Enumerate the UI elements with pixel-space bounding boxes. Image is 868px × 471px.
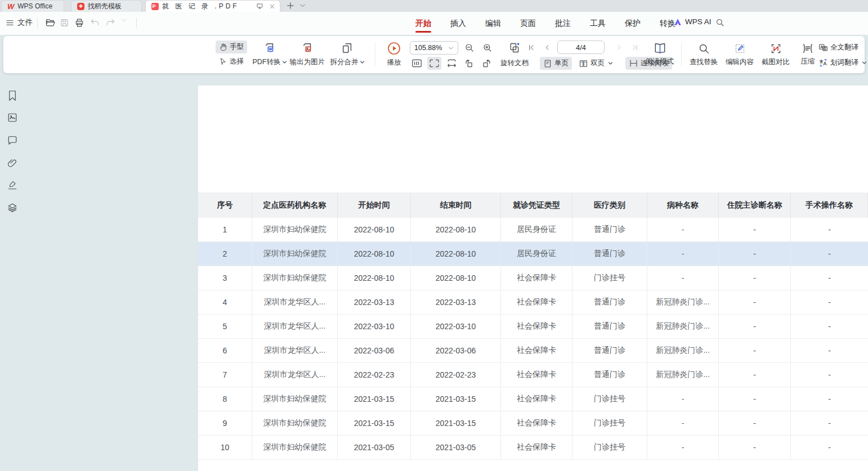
- menu-tools[interactable]: 工具: [589, 14, 607, 34]
- play-button[interactable]: 播放: [381, 39, 408, 70]
- last-page-icon[interactable]: [629, 42, 641, 53]
- new-tab-button[interactable]: [286, 1, 295, 10]
- comment-icon[interactable]: [7, 136, 17, 145]
- hand-tool-button[interactable]: 手型: [216, 41, 247, 53]
- find-replace-label: 查找替换: [690, 57, 718, 67]
- word-translate-button[interactable]: 划词翻译: [815, 56, 868, 69]
- prev-page-icon[interactable]: [542, 42, 552, 53]
- bookmark-icon[interactable]: [7, 90, 17, 101]
- signature-icon[interactable]: [7, 180, 17, 190]
- tab-label: 找稻壳模板: [88, 2, 122, 11]
- full-translate-button[interactable]: 全文翻译: [815, 41, 868, 54]
- quick-access-chevron-icon[interactable]: [121, 18, 127, 23]
- continuous-reading-icon: [629, 59, 638, 68]
- table-cell: 2022-03-10: [338, 315, 411, 338]
- menu-page[interactable]: 页面: [519, 14, 537, 34]
- screenshot-compare-button[interactable]: 截图对比: [758, 39, 794, 70]
- rotate-right-icon[interactable]: [480, 57, 494, 70]
- table-cell: 新冠肺炎门诊...: [647, 290, 719, 314]
- close-tab-icon[interactable]: [269, 3, 275, 10]
- attachment-icon[interactable]: [7, 158, 17, 168]
- fit-page-icon[interactable]: [427, 57, 441, 70]
- table-cell: 2022-02-23: [338, 363, 411, 387]
- tab-docer-templates[interactable]: ❖ 找稻壳模板: [71, 0, 142, 12]
- menu-home[interactable]: 开始: [414, 14, 432, 34]
- tab-wps-office[interactable]: W WPS Office: [1, 0, 64, 12]
- table-cell: 2021-03-05: [411, 436, 501, 459]
- export-image-button[interactable]: 输出为图片: [288, 39, 327, 70]
- menu-protect[interactable]: 保护: [624, 14, 642, 34]
- table-cell: -: [719, 436, 791, 459]
- menu-insert[interactable]: 插入: [449, 14, 467, 34]
- tab-document-pdf[interactable]: P 就 医 记 录 .PDF: [145, 0, 280, 12]
- table-cell: -: [791, 266, 868, 290]
- export-image-label: 输出为图片: [290, 57, 325, 67]
- thumbnail-icon[interactable]: [7, 113, 17, 123]
- table-cell: 10: [198, 436, 252, 459]
- zoom-level-select[interactable]: 105.88%: [410, 41, 458, 55]
- edit-content-icon: [734, 43, 746, 55]
- table-cell: 新冠肺炎门诊...: [647, 339, 719, 362]
- table-cell: 居民身份证: [501, 242, 572, 266]
- table-cell: 2022-03-06: [338, 339, 411, 362]
- table-cell: -: [719, 363, 791, 387]
- table-cell: 深圳市妇幼保健院: [252, 242, 338, 266]
- pdf-convert-button[interactable]: PDF转换: [252, 39, 288, 70]
- rotate-left-icon[interactable]: [462, 57, 476, 70]
- table-cell: 2022-03-10: [411, 315, 501, 338]
- file-menu-button[interactable]: 文件: [6, 17, 33, 28]
- table-row: 6深圳市龙华区人...2022-03-062022-03-06社会保障卡普通门诊…: [198, 339, 868, 363]
- undo-icon[interactable]: [90, 18, 100, 26]
- search-icon[interactable]: [715, 18, 724, 27]
- table-row: 9深圳市妇幼保健院2021-03-152021-03-15社会保障卡门诊挂号--…: [198, 411, 868, 436]
- single-page-button[interactable]: 单页: [540, 57, 572, 70]
- save-icon[interactable]: [60, 18, 69, 28]
- double-page-button[interactable]: 双页: [575, 57, 616, 70]
- fit-width-icon[interactable]: [445, 57, 459, 70]
- table-cell: -: [791, 242, 868, 266]
- select-tool-button[interactable]: 选择: [216, 55, 247, 68]
- table-cell: 社会保障卡: [501, 387, 572, 411]
- first-page-icon[interactable]: [526, 42, 537, 53]
- table-cell: 社会保障卡: [501, 339, 572, 362]
- page-number-input[interactable]: 4/4: [557, 41, 605, 54]
- screenshot-compare-icon: [770, 43, 782, 55]
- rotate-document-button[interactable]: 旋转文档: [497, 57, 532, 70]
- wps-ai-button[interactable]: WPS AI: [673, 17, 712, 26]
- actual-size-icon[interactable]: [410, 57, 424, 70]
- read-mode-button[interactable]: 阅读模式: [642, 39, 678, 70]
- table-cell: 深圳市妇幼保健院: [252, 218, 338, 241]
- table-cell: 2021-03-15: [411, 411, 501, 435]
- single-page-icon: [543, 59, 552, 68]
- zoom-out-icon[interactable]: [463, 41, 476, 55]
- zoom-in-icon[interactable]: [481, 41, 494, 55]
- book-icon: [654, 43, 666, 54]
- layers-icon[interactable]: [7, 203, 17, 213]
- open-file-icon[interactable]: [45, 18, 55, 27]
- redo-icon[interactable]: [106, 18, 115, 26]
- pdf-convert-label: PDF转换: [253, 57, 287, 67]
- edit-content-button[interactable]: 编辑内容: [722, 39, 758, 70]
- table-cell: 4: [198, 290, 252, 314]
- rotate-document-label: 旋转文档: [500, 59, 529, 68]
- table-cell: 门诊挂号: [572, 387, 647, 411]
- double-page-icon: [579, 59, 588, 68]
- table-cell: 社会保障卡: [501, 411, 572, 435]
- swap-pages-icon[interactable]: [507, 41, 522, 55]
- table-cell: 社会保障卡: [501, 315, 572, 338]
- menu-edit[interactable]: 编辑: [484, 14, 502, 34]
- table-header-cell: 序号: [198, 192, 252, 218]
- next-page-icon[interactable]: [614, 42, 624, 53]
- menu-annotate[interactable]: 批注: [554, 14, 572, 34]
- table-cell: 社会保障卡: [501, 363, 572, 387]
- table-cell: 深圳市龙华区人...: [252, 290, 338, 314]
- hand-tool-label: 手型: [230, 42, 244, 52]
- find-replace-button[interactable]: 查找替换: [686, 39, 722, 70]
- left-panel-sidebar: [0, 73, 25, 471]
- table-body: 1深圳市妇幼保健院2022-08-102022-08-10居民身份证普通门诊--…: [198, 218, 868, 460]
- print-icon[interactable]: [74, 18, 84, 28]
- tab-list-chevron-icon[interactable]: [299, 3, 306, 8]
- monitor-icon[interactable]: [256, 3, 263, 10]
- split-merge-button[interactable]: 拆分合并: [327, 39, 368, 70]
- table-cell: 5: [198, 315, 252, 338]
